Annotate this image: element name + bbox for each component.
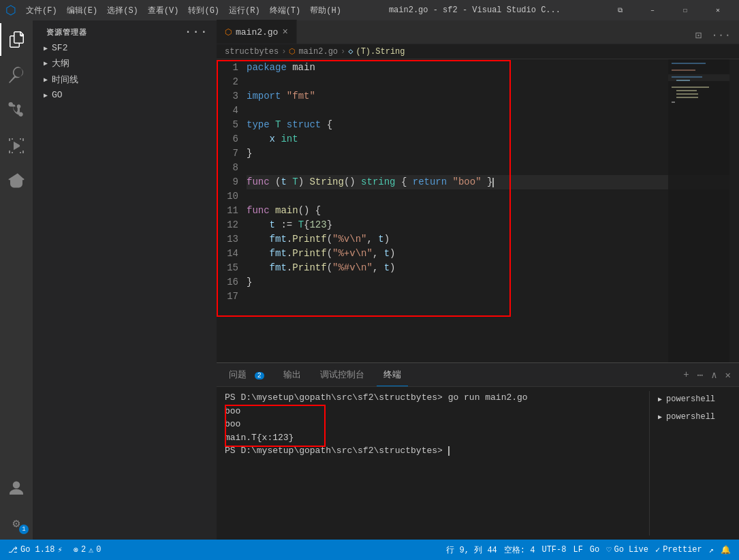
breadcrumb: structbytes › ⬡ main2.go › ◇ (T).String (217, 44, 739, 59)
status-line-ending[interactable]: LF (570, 545, 585, 555)
panel-tab-debug[interactable]: 调试控制台 (313, 366, 371, 384)
status-encoding[interactable]: UTF-8 (539, 545, 569, 555)
terminal-shell-2[interactable]: ▶ powershell (655, 409, 731, 425)
menu-view[interactable]: 查看(V) (144, 3, 183, 18)
chevron-right-icon: ▶ (44, 91, 48, 99)
sidebar-title: 资源管理器 (46, 27, 87, 37)
branch-icon: ⎇ (8, 545, 18, 555)
panel-tab-problems[interactable]: 问题 2 (222, 366, 271, 384)
terminal-cursor (448, 446, 450, 456)
split-editor-button[interactable]: ⊡ (693, 27, 705, 44)
bell-icon: 🔔 (721, 545, 731, 555)
sidebar-item-timeline[interactable]: ▶ 时间线 (33, 72, 217, 88)
activity-account[interactable] (0, 471, 33, 504)
tab-actions: ⊡ ··· (693, 27, 739, 44)
sidebar-item-label: 时间线 (52, 74, 78, 86)
activity-source-control[interactable] (0, 94, 33, 127)
activity-search[interactable] (0, 59, 33, 91)
line-ending-text: LF (573, 545, 582, 555)
terminal-output-line-2: boo (225, 418, 644, 431)
scrollbar-track[interactable] (729, 59, 739, 383)
status-bell[interactable]: 🔔 (718, 545, 734, 555)
minimize-button[interactable]: – (637, 0, 668, 20)
status-indent[interactable]: 空格: 4 (501, 544, 538, 556)
panel-tab-terminal[interactable]: 终端 (377, 366, 408, 384)
status-share[interactable]: ↗ (706, 545, 717, 555)
activity-extensions[interactable] (0, 165, 33, 198)
minimap (668, 59, 729, 383)
terminal-prompt-text: PS D:\mysetup\gopath\src\sf2\structbytes… (225, 446, 448, 456)
indent-text: 空格: 4 (504, 544, 535, 556)
tab-close-button[interactable]: × (282, 27, 287, 37)
terminal-arrow-icon-2: ▶ (658, 412, 662, 422)
terminal-output: PS D:\mysetup\gopath\src\sf2\structbytes… (225, 391, 644, 535)
breadcrumb-sep1: › (281, 47, 286, 57)
code-line-2 (247, 75, 739, 89)
restore-button[interactable]: ☐ (670, 0, 701, 20)
activity-settings[interactable]: ⚙ 1 (0, 507, 33, 540)
close-panel-button[interactable]: ✕ (723, 368, 734, 382)
menu-goto[interactable]: 转到(G) (184, 3, 223, 18)
breadcrumb-struct-name[interactable]: (T).String (356, 47, 405, 57)
menu-run[interactable]: 运行(R) (225, 3, 264, 18)
activity-explorer[interactable] (0, 23, 33, 56)
panel-tabs: 问题 2 输出 调试控制台 终端 + ⋯ ∧ ✕ (217, 363, 739, 387)
title-bar: ⬡ 文件(F) 编辑(E) 选择(S) 查看(V) 转到(G) 运行(R) 终端… (0, 0, 739, 20)
panel-tab-output[interactable]: 输出 (277, 366, 308, 384)
activity-bar: ⚙ 1 (0, 20, 33, 540)
maximize-panel-button[interactable]: ∧ (708, 368, 719, 382)
menu-help[interactable]: 帮助(H) (306, 3, 345, 18)
sidebar-item-label: 大纲 (52, 57, 69, 69)
window-controls: ⧉ – ☐ ✕ (604, 0, 734, 20)
editor-tab-main2go[interactable]: ⬡ main2.go × (217, 20, 297, 44)
activity-run-debug[interactable] (0, 129, 33, 162)
sidebar-menu-button[interactable]: ··· (185, 26, 208, 38)
more-actions-button[interactable]: ··· (708, 28, 734, 43)
editor-area: ⬡ main2.go × ⊡ ··· structbytes › ⬡ main2… (217, 20, 739, 383)
menu-edit[interactable]: 编辑(E) (63, 3, 102, 18)
breadcrumb-filename[interactable]: main2.go (298, 47, 338, 57)
window-title: main2.go - sf2 - Visual Studio C... (351, 5, 599, 15)
prettier-icon: ✓ (655, 545, 660, 555)
terminal-content[interactable]: PS D:\mysetup\gopath\src\sf2\structbytes… (217, 387, 739, 540)
golive-icon: ♡ (606, 545, 611, 555)
terminal-shell-label-1: powershell (666, 393, 715, 405)
code-line-8 (247, 161, 739, 175)
code-line-9: func (t T) String() string { return "boo… (247, 175, 739, 189)
code-line-4 (247, 104, 739, 118)
status-golive[interactable]: ♡ Go Live (603, 545, 651, 555)
breadcrumb-struct-icon: ◇ (348, 46, 353, 57)
terminal-prompt-line[interactable]: PS D:\mysetup\gopath\src\sf2\structbytes… (225, 444, 644, 458)
go-file-icon2: ⬡ (289, 47, 296, 56)
breadcrumb-structbytes[interactable]: structbytes (225, 47, 279, 57)
menu-file[interactable]: 文件(F) (22, 3, 61, 18)
terminal-shell-1[interactable]: ▶ powershell (655, 391, 731, 407)
split-terminal-button[interactable]: ⋯ (695, 368, 706, 382)
output-label: 输出 (283, 370, 301, 380)
encoding-text: UTF-8 (541, 545, 566, 555)
sidebar-item-go[interactable]: ▶ GO (33, 88, 217, 102)
svg-rect-6 (676, 93, 698, 95)
status-prettier[interactable]: ✓ Prettier (652, 545, 705, 555)
add-terminal-button[interactable]: + (680, 368, 691, 382)
status-position[interactable]: 行 9, 列 44 (443, 544, 499, 556)
problems-badge: 2 (255, 372, 264, 379)
sidebar-item-label: GO (52, 90, 63, 100)
sidebar-item-sf2[interactable]: ▶ SF2 (33, 41, 217, 55)
menu-terminal[interactable]: 终端(T) (266, 3, 305, 18)
code-line-5: type T struct { (247, 118, 739, 132)
close-button[interactable]: ✕ (702, 0, 734, 20)
status-language[interactable]: Go (587, 545, 602, 555)
settings-badge: 1 (19, 525, 29, 534)
code-editor[interactable]: 12345 678910 1112131415 1617 package mai… (217, 59, 739, 383)
layout-icon[interactable]: ⧉ (604, 0, 635, 20)
code-lines[interactable]: package main import "fmt" type T struct … (244, 59, 739, 383)
sidebar-item-outline[interactable]: ▶ 大纲 (33, 55, 217, 72)
status-errors[interactable]: ⊗ 2 ⚠ 0 (71, 540, 104, 560)
menu-select[interactable]: 选择(S) (103, 3, 142, 18)
status-branch[interactable]: ⎇ Go 1.18 ⚡ (5, 540, 65, 560)
menu-bar: 文件(F) 编辑(E) 选择(S) 查看(V) 转到(G) 运行(R) 终端(T… (22, 3, 345, 18)
svg-rect-8 (672, 102, 675, 103)
go-file-icon: ⬡ (225, 27, 232, 37)
vscode-icon: ⬡ (5, 3, 16, 18)
